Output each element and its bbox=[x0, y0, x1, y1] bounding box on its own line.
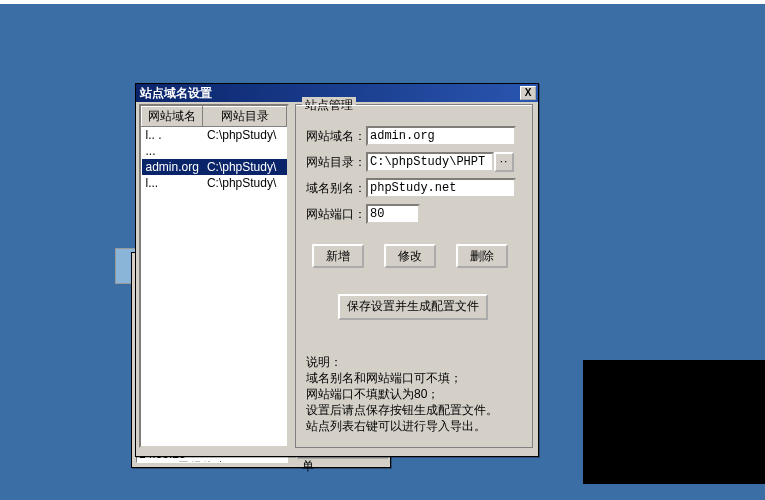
table-row[interactable]: ... bbox=[142, 143, 287, 159]
col-domain[interactable]: 网站域名 bbox=[142, 107, 203, 127]
label-dir: 网站目录： bbox=[306, 154, 366, 171]
alias-input[interactable] bbox=[366, 178, 516, 198]
close-icon[interactable]: X bbox=[520, 86, 536, 100]
edit-button[interactable]: 修改 bbox=[384, 244, 436, 268]
console-window bbox=[583, 360, 765, 484]
table-row[interactable]: l.. .C:\phpStudy\ bbox=[142, 127, 287, 144]
table-row[interactable]: admin.orgC:\phpStudy\ bbox=[142, 159, 287, 175]
label-port: 网站端口： bbox=[306, 206, 366, 223]
log-line: Tomcat已经停止... 20:52:49 bbox=[139, 461, 285, 463]
label-alias: 域名别名： bbox=[306, 180, 366, 197]
site-manage-group: 站点管理 网站域名： 网站目录： ·· 域名别名： 网站端口： bbox=[295, 104, 533, 448]
save-button[interactable]: 保存设置并生成配置文件 bbox=[338, 294, 488, 320]
domain-input[interactable] bbox=[366, 126, 516, 146]
site-list[interactable]: 网站域名 网站目录 l.. .C:\phpStudy\ ... admin.or… bbox=[139, 104, 289, 448]
delete-button[interactable]: 删除 bbox=[456, 244, 508, 268]
browse-button[interactable]: ·· bbox=[494, 152, 514, 172]
port-input[interactable] bbox=[366, 204, 420, 224]
site-domain-dialog: 站点域名设置 X 网站域名 网站目录 l.. .C:\phpStudy\ ...… bbox=[135, 83, 539, 457]
col-dir[interactable]: 网站目录 bbox=[203, 107, 287, 127]
note-text: 说明： 域名别名和网站端口可不填； 网站端口不填默认为80； 设置后请点保存按钮… bbox=[306, 354, 522, 434]
label-domain: 网站域名： bbox=[306, 128, 366, 145]
table-row[interactable]: l...C:\phpStudy\ bbox=[142, 175, 287, 191]
desktop: Tomcat已经启动... 14:55:23 Tomcat已经停止... 20:… bbox=[0, 0, 765, 500]
group-title: 站点管理 bbox=[302, 97, 356, 114]
dir-input[interactable] bbox=[366, 152, 494, 172]
add-button[interactable]: 新增 bbox=[312, 244, 364, 268]
